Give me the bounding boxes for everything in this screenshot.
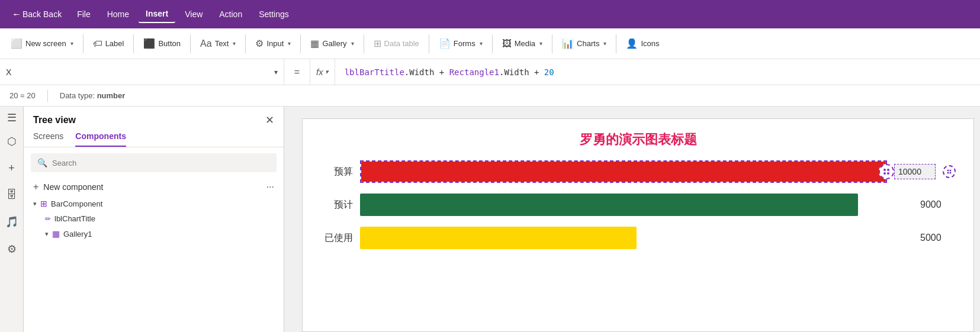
icons-button[interactable]: 👤 Icons <box>620 35 665 52</box>
toolbar-divider-6 <box>364 34 364 53</box>
bar-container-1 <box>360 194 913 216</box>
menu-view[interactable]: View <box>178 6 210 22</box>
toolbar-divider-3 <box>190 34 191 53</box>
chevron-down-icon: ▾ <box>33 200 37 208</box>
tree-item-lbl-chart-title[interactable]: ✏ lblChartTitle <box>24 211 284 226</box>
formula-fx-area[interactable]: fx ▾ <box>310 59 335 85</box>
tree-close-button[interactable]: ✕ <box>265 114 274 127</box>
result-bar: 20 = 20 Data type: number <box>0 85 980 107</box>
back-button[interactable]: ← ← Back Back <box>7 6 68 22</box>
tab-screens[interactable]: Screens <box>33 131 63 147</box>
back-text: Back <box>43 9 62 19</box>
toolbar-divider-8 <box>492 34 493 53</box>
tree-header: Tree view ✕ <box>24 107 284 127</box>
chart-label-1: 预计 <box>320 199 353 211</box>
text-chevron-icon: ▾ <box>233 40 236 47</box>
more-options-icon[interactable]: ··· <box>266 182 274 192</box>
charts-chevron-icon: ▾ <box>603 40 606 47</box>
tree-search-box[interactable]: 🔍 <box>31 153 277 172</box>
sidebar-toggle: ☰ ⬡ + 🗄 🎵 ⚙ <box>0 107 24 332</box>
gallery-button[interactable]: ▦ Gallery ▾ <box>304 35 359 52</box>
edit-icon: ✏ <box>45 215 51 223</box>
hamburger-icon[interactable]: ☰ <box>7 111 17 124</box>
formula-bar: X ▾ = fx ▾ lblBarTtitle.Width + Rectangl… <box>0 59 980 85</box>
new-screen-icon: ⬜ <box>11 38 23 49</box>
lbl-chart-title-label: lblChartTitle <box>54 214 95 223</box>
media-button[interactable]: 🖼 Media ▾ <box>496 36 548 52</box>
bar-end-handle-0[interactable] <box>943 165 956 178</box>
search-input[interactable] <box>52 159 270 167</box>
media-btn-text: Media <box>515 39 535 48</box>
button-button[interactable]: ⬛ Button <box>137 35 187 52</box>
tree-item-bar-component[interactable]: ▾ ⊞ BarComponent <box>24 196 284 211</box>
toolbar-divider-7 <box>429 34 429 53</box>
tree-item-gallery1[interactable]: ▾ ▦ Gallery1 <box>24 226 284 241</box>
formula-equals-sign: = <box>284 59 310 85</box>
charts-btn-text: Charts <box>577 39 599 48</box>
svg-point-6 <box>947 172 949 174</box>
data-type-label: Data type: number <box>60 91 126 100</box>
text-icon: Aa <box>200 38 212 49</box>
data-type-value: number <box>97 91 126 100</box>
toolbar-divider-4 <box>245 34 246 53</box>
text-button[interactable]: Aa Text ▾ <box>194 36 242 52</box>
chart-bar-2 <box>360 227 637 249</box>
data-table-icon: ⊞ <box>374 38 381 49</box>
input-button[interactable]: ⚙ Input ▾ <box>249 35 297 52</box>
menu-settings[interactable]: Settings <box>252 6 296 22</box>
forms-icon: 📄 <box>439 38 451 49</box>
chart-value-1: 9000 <box>920 199 956 210</box>
formula-dot-1: .Width + <box>404 67 449 77</box>
toolbar-divider-2 <box>133 34 134 53</box>
menu-insert[interactable]: Insert <box>139 5 175 23</box>
media-side-icon[interactable]: 🎵 <box>2 212 22 232</box>
data-table-button[interactable]: ⊞ Data table <box>368 35 425 52</box>
svg-point-3 <box>887 172 889 175</box>
button-btn-text: Button <box>158 39 181 48</box>
label-button[interactable]: 🏷 Label <box>87 36 130 52</box>
forms-button[interactable]: 📄 Forms ▾ <box>433 35 489 52</box>
gallery-btn-text: Gallery <box>322 39 346 48</box>
result-text: 20 = 20 <box>9 91 36 100</box>
charts-button[interactable]: 📊 Charts ▾ <box>556 35 612 52</box>
menu-file[interactable]: File <box>70 6 98 22</box>
new-component-label: New component <box>43 182 103 192</box>
add-icon[interactable]: + <box>5 159 18 178</box>
menu-bar: ← ← Back Back File Home Insert View Acti… <box>0 0 980 28</box>
bar-handle-right-0[interactable] <box>879 164 894 179</box>
formula-dropdown-chevron[interactable]: ▾ <box>274 68 278 76</box>
svg-point-7 <box>950 172 952 174</box>
tab-components[interactable]: Components <box>75 131 126 147</box>
menu-home[interactable]: Home <box>100 6 136 22</box>
database-icon[interactable]: 🗄 <box>3 185 21 205</box>
result-divider <box>47 90 48 102</box>
layers-icon[interactable]: ⬡ <box>4 131 20 152</box>
input-icon: ⚙ <box>255 38 264 49</box>
settings-side-icon[interactable]: ⚙ <box>4 239 20 259</box>
formula-name-value: X <box>6 67 11 77</box>
formula-part-3: 20 <box>544 67 554 77</box>
chart-row-0: 预算 10000 <box>320 160 956 183</box>
menu-action[interactable]: Action <box>212 6 249 22</box>
toolbar-divider-1 <box>83 34 83 53</box>
new-component-row[interactable]: + New component ··· <box>24 178 284 196</box>
main-area: ☰ ⬡ + 🗄 🎵 ⚙ Tree view ✕ Screens Componen… <box>0 107 980 332</box>
data-table-btn-text: Data table <box>384 39 419 48</box>
bar-container-2 <box>360 227 913 249</box>
input-btn-text: Input <box>266 39 284 48</box>
bar-wrapper-0[interactable] <box>360 160 887 183</box>
component-name: BarComponent <box>51 199 102 208</box>
new-screen-button[interactable]: ⬜ New screen ▾ <box>5 35 79 52</box>
chart-value-2: 5000 <box>920 233 956 243</box>
new-screen-chevron-icon: ▾ <box>70 40 73 47</box>
formula-input[interactable]: lblBarTtitle.Width + Rectangle1.Width + … <box>335 67 980 77</box>
toolbar-divider-9 <box>552 34 552 53</box>
chart-bar-1 <box>360 194 858 216</box>
fx-label: fx <box>316 67 323 77</box>
chart-bar-0 <box>361 162 886 182</box>
new-screen-label: New screen <box>25 39 66 48</box>
gallery-tree-icon: ▦ <box>52 229 60 238</box>
tree-title: Tree view <box>33 115 76 125</box>
chart-panel: 罗勇的演示图表标题 预算 10000 预计 <box>302 118 974 332</box>
gallery-icon: ▦ <box>310 38 319 49</box>
